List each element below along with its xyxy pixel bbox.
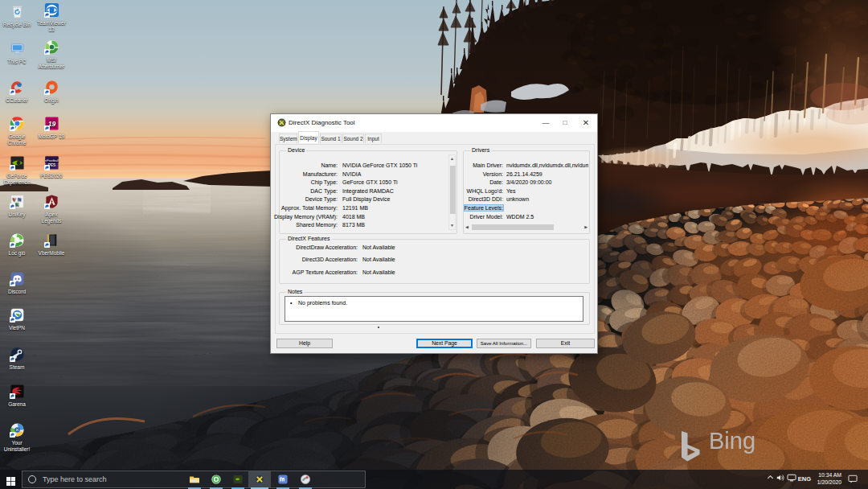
svg-text:K: K bbox=[15, 202, 19, 207]
svg-text:N: N bbox=[18, 197, 22, 202]
